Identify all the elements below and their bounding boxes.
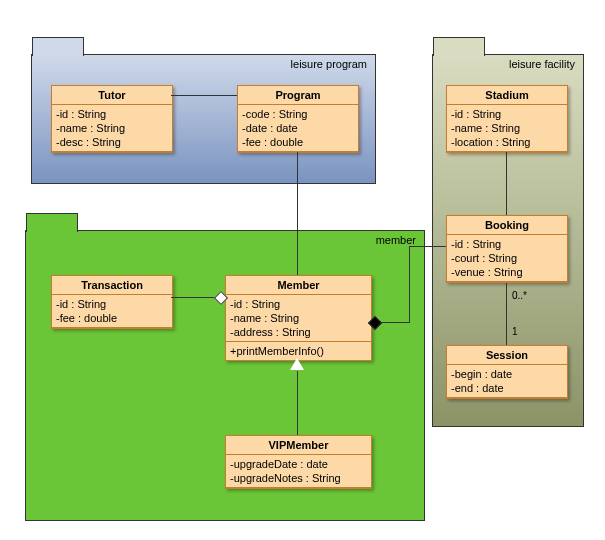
package-tab: [32, 37, 84, 56]
attr: -name : String: [56, 121, 168, 135]
attr: -id : String: [230, 297, 367, 311]
class-attrs: -begin : date -end : date: [447, 365, 567, 398]
assoc-stadium-booking: [506, 152, 507, 215]
class-title: Booking: [447, 216, 567, 235]
class-attrs: -id : String -court : String -venue : St…: [447, 235, 567, 282]
attr: -end : date: [451, 381, 563, 395]
assoc-program-member: [297, 152, 298, 275]
class-attrs: -upgradeDate : date -upgradeNotes : Stri…: [226, 455, 371, 488]
class-tutor: Tutor -id : String -name : String -desc …: [51, 85, 173, 153]
attr: -location : String: [451, 135, 563, 149]
attr: -upgradeNotes : String: [230, 471, 367, 485]
class-session: Session -begin : date -end : date: [446, 345, 568, 399]
attr: -date : date: [242, 121, 354, 135]
attr: -desc : String: [56, 135, 168, 149]
comp-member-booking: [380, 322, 409, 323]
attr: -name : String: [451, 121, 563, 135]
package-label: leisure facility: [509, 58, 575, 70]
class-attrs: -id : String -fee : double: [52, 295, 172, 328]
multiplicity: 0..*: [512, 290, 527, 301]
attr: -name : String: [230, 311, 367, 325]
class-attrs: -id : String -name : String -desc : Stri…: [52, 105, 172, 152]
class-stadium: Stadium -id : String -name : String -loc…: [446, 85, 568, 153]
attr: -code : String: [242, 107, 354, 121]
attr: -id : String: [56, 107, 168, 121]
package-tab: [433, 37, 485, 56]
class-member: Member -id : String -name : String -addr…: [225, 275, 372, 361]
class-program: Program -code : String -date : date -fee…: [237, 85, 359, 153]
attr: -upgradeDate : date: [230, 457, 367, 471]
attr: -court : String: [451, 251, 563, 265]
comp-member-booking-v: [409, 246, 410, 323]
attr: -id : String: [451, 237, 563, 251]
inherit-vip-member: [297, 371, 298, 435]
class-attrs: -id : String -name : String -location : …: [447, 105, 567, 152]
class-title: Transaction: [52, 276, 172, 295]
op: +printMemberInfo(): [230, 344, 367, 358]
package-tab: [26, 213, 78, 232]
class-attrs: -code : String -date : date -fee : doubl…: [238, 105, 358, 152]
multiplicity: 1: [512, 326, 518, 337]
package-label: leisure program: [291, 58, 367, 70]
assoc-tutor-program: [171, 95, 237, 96]
assoc-booking-session: [506, 283, 507, 345]
inheritance-arrow-icon: [290, 358, 304, 370]
class-title: VIPMember: [226, 436, 371, 455]
attr: -venue : String: [451, 265, 563, 279]
class-transaction: Transaction -id : String -fee : double: [51, 275, 173, 329]
class-title: Tutor: [52, 86, 172, 105]
comp-member-booking-h2: [409, 246, 446, 247]
class-title: Program: [238, 86, 358, 105]
attr: -fee : double: [56, 311, 168, 325]
aggr-transaction-member: [171, 297, 216, 298]
package-label: member: [376, 234, 416, 246]
attr: -fee : double: [242, 135, 354, 149]
class-booking: Booking -id : String -court : String -ve…: [446, 215, 568, 283]
class-title: Member: [226, 276, 371, 295]
attr: -id : String: [451, 107, 563, 121]
class-title: Stadium: [447, 86, 567, 105]
attr: -begin : date: [451, 367, 563, 381]
class-title: Session: [447, 346, 567, 365]
attr: -address : String: [230, 325, 367, 339]
attr: -id : String: [56, 297, 168, 311]
class-attrs: -id : String -name : String -address : S…: [226, 295, 371, 342]
class-vipmember: VIPMember -upgradeDate : date -upgradeNo…: [225, 435, 372, 489]
